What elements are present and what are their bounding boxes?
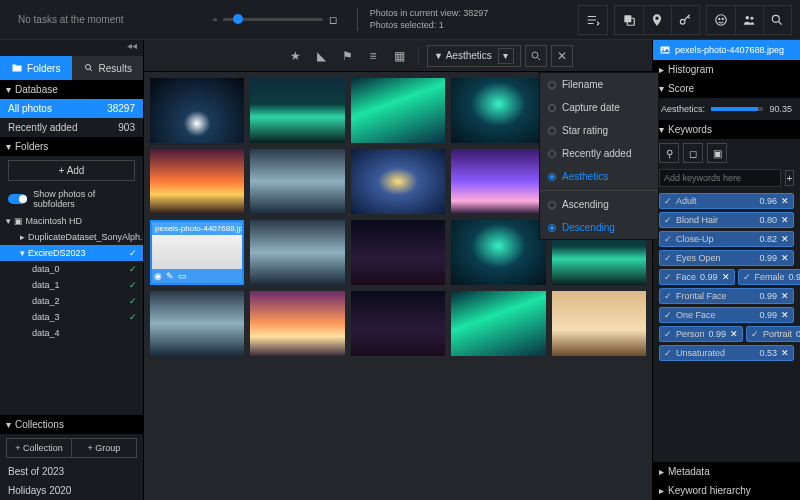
thumbnail-controls[interactable]: ◉✎▭ xyxy=(152,269,242,283)
tree-macintosh[interactable]: ▾ ▣ Macintosh HD xyxy=(0,213,143,229)
thumbnail-selected[interactable]: pexels-photo-4407688.jpeg ◉✎▭ xyxy=(150,220,244,285)
db-all-photos[interactable]: All photos38297 xyxy=(0,99,143,118)
tree-data1[interactable]: data_1✓ xyxy=(0,277,143,293)
remove-icon[interactable]: ✕ xyxy=(781,310,789,320)
calendar-icon[interactable]: ▦ xyxy=(388,45,410,67)
sort-aesthetics[interactable]: Aesthetics xyxy=(540,165,658,188)
section-keyword-hierarchy[interactable]: ▸ Keyword hierarchy xyxy=(653,481,800,500)
sort-descending[interactable]: Descending xyxy=(540,216,658,239)
thumbnail[interactable] xyxy=(150,149,244,214)
keyword-input[interactable] xyxy=(659,169,781,187)
section-histogram[interactable]: ▸ Histogram xyxy=(653,60,800,79)
keyword-chip[interactable]: ✓Blond Hair0.80✕ xyxy=(659,212,794,228)
search-icon[interactable] xyxy=(763,6,791,34)
tree-excire[interactable]: ▾ ExcireDS2023✓ xyxy=(0,245,143,261)
keyword-chip[interactable]: ✓Unsaturated0.53✕ xyxy=(659,345,794,361)
db-recently-added[interactable]: Recently added903 xyxy=(0,118,143,137)
section-metadata[interactable]: ▸ Metadata xyxy=(653,462,800,481)
thumbnail[interactable] xyxy=(150,78,244,143)
keyword-chip[interactable]: ✓Frontal Face0.99✕ xyxy=(659,288,794,304)
people-icon[interactable] xyxy=(735,6,763,34)
clear-icon[interactable]: ✕ xyxy=(551,45,573,67)
keyword-add-button[interactable]: + xyxy=(785,170,794,186)
section-collections[interactable]: ▾ Collections xyxy=(0,415,143,434)
duplicates-icon[interactable] xyxy=(615,6,643,34)
chevron-down-icon[interactable]: ▾ xyxy=(498,48,514,64)
flag-icon[interactable]: ⚑ xyxy=(336,45,358,67)
remove-icon[interactable]: ✕ xyxy=(781,215,789,225)
kw-tool-tag[interactable]: ▣ xyxy=(707,143,727,163)
thumbnail[interactable] xyxy=(351,220,445,285)
thumbnail-filename: pexels-photo-4407688.jpeg xyxy=(152,222,242,235)
collapse-left-icon[interactable]: ◂◂ xyxy=(127,40,137,56)
add-folder-button[interactable]: + Add xyxy=(8,160,135,181)
sort-filename[interactable]: Filename xyxy=(540,73,658,96)
tree-data4[interactable]: data_4 xyxy=(0,325,143,341)
sort-search-icon[interactable] xyxy=(525,45,547,67)
thumbnail[interactable] xyxy=(451,149,545,214)
thumbnail[interactable] xyxy=(250,220,344,285)
keyword-chip[interactable]: ✓Portrait0.99✕ xyxy=(746,326,800,342)
thumbnail[interactable] xyxy=(351,78,445,143)
thumbnail[interactable] xyxy=(250,78,344,143)
keyword-chip[interactable]: ✓Person0.99✕ xyxy=(659,326,743,342)
remove-icon[interactable]: ✕ xyxy=(722,272,730,282)
kw-tool-person[interactable]: ⚲ xyxy=(659,143,679,163)
svg-point-9 xyxy=(85,65,90,70)
zoom-in-icon[interactable]: ◻ xyxy=(329,14,337,25)
remove-icon[interactable]: ✕ xyxy=(781,196,789,206)
keyword-chip[interactable]: ✓Face0.99✕ xyxy=(659,269,735,285)
remove-icon[interactable]: ✕ xyxy=(781,348,789,358)
list-icon[interactable]: ≡ xyxy=(362,45,384,67)
add-group-button[interactable]: + Group xyxy=(71,438,137,458)
thumbnail[interactable] xyxy=(250,291,344,356)
collection-best[interactable]: Best of 2023 xyxy=(0,462,143,481)
tab-results[interactable]: Results xyxy=(72,56,144,80)
section-keywords[interactable]: ▾ Keywords xyxy=(653,120,800,139)
thumbnail[interactable] xyxy=(150,291,244,356)
add-collection-button[interactable]: + Collection xyxy=(6,438,71,458)
tree-data0[interactable]: data_0✓ xyxy=(0,261,143,277)
subfolders-toggle[interactable] xyxy=(8,194,27,204)
keyword-chip[interactable]: ✓Close-Up0.82✕ xyxy=(659,231,794,247)
sort-ascending[interactable]: Ascending xyxy=(540,193,658,216)
remove-icon[interactable]: ✕ xyxy=(781,291,789,301)
remove-icon[interactable]: ✕ xyxy=(781,234,789,244)
kw-tool-add[interactable]: ◻ xyxy=(683,143,703,163)
keyword-chip[interactable]: ✓Female0.99✕ xyxy=(738,269,800,285)
key-icon[interactable] xyxy=(671,6,699,34)
svg-point-8 xyxy=(773,15,780,22)
sort-dropdown[interactable]: ▼ Aesthetics ▾ xyxy=(427,45,521,67)
keyword-chip[interactable]: ✓One Face0.99✕ xyxy=(659,307,794,323)
zoom-slider[interactable] xyxy=(223,18,323,21)
section-score[interactable]: ▾ Score xyxy=(653,79,800,98)
thumbnail[interactable] xyxy=(451,291,545,356)
thumbnail[interactable] xyxy=(250,149,344,214)
collection-holidays[interactable]: Holidays 2020 xyxy=(0,481,143,500)
keyword-chip[interactable]: ✓Adult0.96✕ xyxy=(659,193,794,209)
zoom-out-icon[interactable]: ▫ xyxy=(213,14,217,25)
keyword-chip[interactable]: ✓Eyes Open0.99✕ xyxy=(659,250,794,266)
sort-capture-date[interactable]: Capture date xyxy=(540,96,658,119)
thumbnail[interactable] xyxy=(351,291,445,356)
section-folders[interactable]: ▾ Folders xyxy=(0,137,143,156)
face-icon[interactable] xyxy=(707,6,735,34)
remove-icon[interactable]: ✕ xyxy=(781,253,789,263)
thumbnail[interactable] xyxy=(451,220,545,285)
tab-folders[interactable]: Folders xyxy=(0,56,72,80)
tree-data2[interactable]: data_2✓ xyxy=(0,293,143,309)
tree-duplicate[interactable]: ▸ DuplicateDataset_SonyAlph...✓ xyxy=(0,229,143,245)
sort-recently-added[interactable]: Recently added xyxy=(540,142,658,165)
thumbnail[interactable] xyxy=(451,78,545,143)
thumbnail[interactable] xyxy=(351,149,445,214)
sort-star-rating[interactable]: Star rating xyxy=(540,119,658,142)
thumbnail[interactable] xyxy=(552,291,646,356)
remove-icon[interactable]: ✕ xyxy=(730,329,738,339)
star-icon[interactable]: ★ xyxy=(284,45,306,67)
section-database[interactable]: ▾ Database xyxy=(0,80,143,99)
tree-data3[interactable]: data_3✓ xyxy=(0,309,143,325)
location-icon[interactable] xyxy=(643,6,671,34)
edit-list-icon[interactable] xyxy=(579,6,607,34)
tag-icon[interactable]: ◣ xyxy=(310,45,332,67)
view-stats: Photos in current view: 38297 Photos sel… xyxy=(357,8,489,31)
